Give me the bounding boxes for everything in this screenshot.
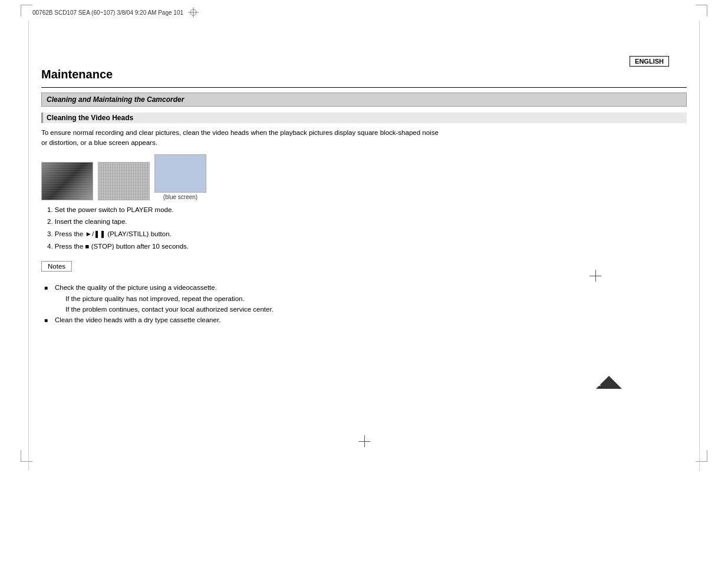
page-number-text: 101 xyxy=(584,381,608,387)
corner-mark-top-right xyxy=(696,5,707,16)
bullet-1-main: Check the quality of the picture using a… xyxy=(55,284,217,291)
step-2: 2. Insert the cleaning tape. xyxy=(47,216,687,228)
step-3: 3. Press the ►/❚❚ (PLAY/STILL) button. xyxy=(47,228,687,240)
side-line-left xyxy=(28,21,29,471)
step-4-text: Press the ■ (STOP) button after 10 secon… xyxy=(55,243,189,250)
language-badge: ENGLISH xyxy=(630,56,669,67)
bullet-2-main: Clean the video heads with a dry type ca… xyxy=(55,316,220,323)
images-row: (blue screen) xyxy=(41,154,687,200)
section-header: Cleaning and Maintaining the Camcorder xyxy=(41,92,687,107)
blue-screen-label: (blue screen) xyxy=(163,194,197,200)
bullet-1-sub-1: If the picture quality has not improved,… xyxy=(55,293,687,304)
distorted-image-2 xyxy=(98,162,150,200)
header-crosshair-icon xyxy=(188,7,199,18)
bullet-1-sub-2: If the problem continues, contact your l… xyxy=(55,304,687,315)
step-4: 4. Press the ■ (STOP) button after 10 se… xyxy=(47,240,687,253)
page-title: Maintenance xyxy=(41,68,687,81)
side-line-right xyxy=(699,21,700,471)
step-2-number: 2. xyxy=(47,218,55,225)
corner-mark-top-left xyxy=(21,5,32,16)
step-1-number: 1. xyxy=(47,206,55,213)
doc-header: 00762B SCD107 SEA (60~107) 3/8/04 9:20 A… xyxy=(32,7,199,18)
notes-label: Notes xyxy=(41,261,72,272)
distorted-image-1 xyxy=(41,162,93,200)
corner-mark-bottom-right xyxy=(696,450,707,462)
step-3-text: Press the ►/❚❚ (PLAY/STILL) button. xyxy=(55,230,172,237)
step-1: 1. Set the power switch to PLAYER mode. xyxy=(47,204,687,216)
title-divider xyxy=(41,87,687,88)
main-content: Maintenance Cleaning and Maintaining the… xyxy=(41,68,687,326)
step-4-number: 4. xyxy=(47,243,55,250)
step-1-text: Set the power switch to PLAYER mode. xyxy=(55,206,174,213)
bottom-crosshair xyxy=(358,435,370,447)
step-2-text: Insert the cleaning tape. xyxy=(55,218,127,225)
bullet-item-1: Check the quality of the picture using a… xyxy=(44,282,687,315)
blue-screen-image xyxy=(154,154,206,193)
page-number-container: 101 xyxy=(596,376,622,391)
corner-mark-bottom-left xyxy=(21,450,32,462)
subsection-header: Cleaning the Video Heads xyxy=(41,113,687,123)
steps-list: 1. Set the power switch to PLAYER mode. … xyxy=(47,204,687,253)
intro-text: To ensure normal recording and clear pic… xyxy=(41,128,442,148)
notes-container: Notes xyxy=(41,261,687,277)
step-3-number: 3. xyxy=(47,230,55,237)
doc-info-text: 00762B SCD107 SEA (60~107) 3/8/04 9:20 A… xyxy=(32,9,183,16)
notes-bullet-list: Check the quality of the picture using a… xyxy=(44,282,687,326)
bullet-item-2: Clean the video heads with a dry type ca… xyxy=(44,315,687,325)
